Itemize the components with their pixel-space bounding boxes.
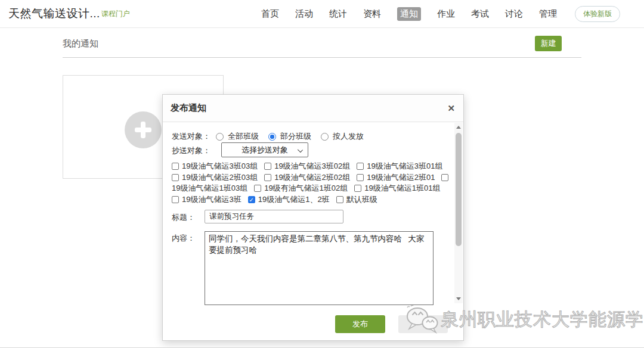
class-option-label: 19级油气储运3班01组 [367, 161, 442, 172]
class-option[interactable]: 19级油气储运3班01组 [357, 161, 442, 172]
title-input[interactable] [205, 210, 343, 223]
top-bar: 天然气输送设计... 课程门户 首页 活动 统计 资料 通知 作业 考试 讨论 … [0, 0, 644, 28]
radio-option-by-person[interactable]: 按人发放 [321, 131, 364, 142]
nav-item-homework[interactable]: 作业 [437, 8, 455, 20]
class-option-label: 19级有油气储运1班02组 [264, 183, 348, 194]
cancel-button[interactable] [398, 315, 448, 333]
radio-option-partial-classes[interactable]: 部分班级 [268, 131, 311, 142]
scroll-up-icon[interactable] [456, 126, 461, 129]
class-option-label: 19级油气储运2班01 [367, 172, 435, 183]
app-window: 天然气输送设计... 课程门户 首页 活动 统计 资料 通知 作业 考试 讨论 … [0, 0, 644, 348]
plus-icon[interactable] [125, 111, 162, 148]
checkbox-icon[interactable] [172, 196, 179, 203]
class-option[interactable]: 19级油气储运1班01组 [354, 183, 440, 194]
class-option-label: 19级油气储运3班03组 [182, 161, 258, 172]
class-option[interactable]: 19级油气储运3班02组 [264, 161, 350, 172]
cc-row: 抄送对象： 选择抄送对象 [172, 145, 210, 156]
cc-label: 抄送对象： [172, 145, 210, 156]
top-nav: 首页 活动 统计 资料 通知 作业 考试 讨论 管理 [261, 7, 557, 21]
class-option-label: 19级油气储运1班03组 [172, 183, 247, 194]
class-option-wrapped-label[interactable]: 19级油气储运1班03组 [172, 183, 247, 194]
checkbox-icon[interactable] [441, 174, 448, 181]
course-portal-link[interactable]: 课程门户 [101, 9, 130, 19]
page-title: 我的通知 [63, 38, 98, 49]
radio-label: 按人发放 [333, 131, 364, 142]
radio-selected-icon[interactable] [268, 133, 276, 141]
new-notice-button[interactable]: 新建 [535, 36, 562, 51]
cc-select[interactable]: 选择抄送对象 [221, 142, 308, 157]
content-row: 内容： 同学们，今天我们内容是第二章第八节、第九节内容哈 大家要提前预习哈 [172, 232, 195, 244]
radio-label: 全部班级 [228, 131, 259, 142]
radio-icon[interactable] [321, 133, 329, 141]
class-row: 19级油气储运1班03组 19级有油气储运1班02组 19级油气储运1班01组 [172, 183, 452, 194]
checkbox-icon[interactable] [336, 196, 343, 203]
class-option-label: 19级油气储运3班02组 [274, 161, 350, 172]
class-option[interactable]: 19级有油气储运1班02组 [254, 183, 348, 194]
checkbox-checked-icon[interactable]: ✓ [248, 196, 255, 203]
send-target-label: 发送对象： [172, 131, 210, 142]
class-option-label: 默认班级 [346, 194, 377, 205]
nav-item-manage[interactable]: 管理 [539, 8, 557, 20]
class-option[interactable]: 19级油气储运3班03组 [172, 161, 258, 172]
radio-icon[interactable] [216, 133, 224, 141]
class-row: 19级油气储运3班03组 19级油气储运3班02组 19级油气储运3班01组 [172, 161, 452, 172]
checkbox-icon[interactable] [354, 185, 361, 192]
class-option[interactable]: 19级油气储运2班03组 [172, 172, 258, 183]
class-row: 19级油气储运2班03组 19级油气储运2班02组 19级油气储运2班01 [172, 172, 452, 184]
class-option-label: 19级油气储运3班 [182, 194, 242, 205]
modal-scrollbar[interactable] [454, 123, 463, 303]
try-new-version-button[interactable]: 体验新版 [575, 6, 620, 22]
publish-notice-modal: 发布通知 ✕ 发送对象： 全部班级 部分班级 按人发放 抄送对象： 选择抄送对象 [162, 94, 464, 341]
modal-title: 发布通知 [171, 102, 206, 114]
checkbox-icon[interactable] [254, 185, 261, 192]
scrollbar-thumb[interactable] [456, 133, 462, 246]
nav-item-home[interactable]: 首页 [261, 8, 279, 20]
class-option-label: 19级油气储运1、2班 [258, 194, 330, 205]
class-option-checked[interactable]: ✓ 19级油气储运1、2班 [248, 194, 330, 205]
checkbox-icon[interactable] [264, 174, 271, 181]
class-option[interactable]: 19级油气储运3班 [172, 194, 242, 205]
radio-option-all-classes[interactable]: 全部班级 [216, 131, 259, 142]
scroll-down-icon[interactable] [456, 297, 461, 300]
radio-label: 部分班级 [280, 131, 311, 142]
nav-item-activity[interactable]: 活动 [295, 8, 313, 20]
section-divider [63, 57, 581, 58]
content-textarea[interactable]: 同学们，今天我们内容是第二章第八节、第九节内容哈 大家要提前预习哈 [205, 231, 434, 305]
class-option-label: 19级油气储运2班02组 [274, 172, 350, 183]
checkbox-icon[interactable] [172, 163, 179, 170]
chevron-down-icon [298, 147, 303, 153]
class-option-label: 19级油气储运1班01组 [364, 183, 440, 194]
send-target-row: 发送对象： 全部班级 部分班级 按人发放 [172, 131, 364, 142]
checkbox-icon[interactable] [172, 174, 179, 181]
title-row: 标题： [172, 212, 195, 223]
class-option-label: 19级油气储运2班03组 [182, 172, 258, 183]
modal-header: 发布通知 ✕ [163, 95, 463, 122]
class-checkbox-list: 19级油气储运3班03组 19级油气储运3班02组 19级油气储运3班01组 1… [172, 161, 452, 205]
class-option[interactable]: 19级油气储运2班01 [357, 172, 435, 183]
nav-item-exams[interactable]: 考试 [471, 8, 489, 20]
publish-button[interactable]: 发布 [335, 315, 385, 333]
checkbox-icon[interactable] [264, 163, 271, 170]
checkbox-icon[interactable] [357, 163, 364, 170]
nav-item-stats[interactable]: 统计 [329, 8, 347, 20]
course-title: 天然气输送设计... [8, 6, 100, 21]
class-row: 19级油气储运3班 ✓ 19级油气储运1、2班 默认班级 [172, 194, 452, 206]
cc-select-value: 选择抄送对象 [242, 145, 288, 156]
class-option[interactable]: 19级油气储运2班02组 [264, 172, 350, 183]
watermark-text: 泉州职业技术大学能源学院 [441, 307, 644, 332]
class-option-wrapped[interactable] [441, 174, 448, 181]
nav-item-materials[interactable]: 资料 [363, 8, 381, 20]
nav-item-notices[interactable]: 通知 [397, 7, 421, 21]
class-option[interactable]: 默认班级 [336, 194, 377, 205]
checkbox-icon[interactable] [357, 174, 364, 181]
nav-item-discussion[interactable]: 讨论 [505, 8, 523, 20]
close-icon[interactable]: ✕ [447, 104, 455, 113]
title-label: 标题： [172, 212, 195, 223]
content-label: 内容： [172, 234, 195, 243]
